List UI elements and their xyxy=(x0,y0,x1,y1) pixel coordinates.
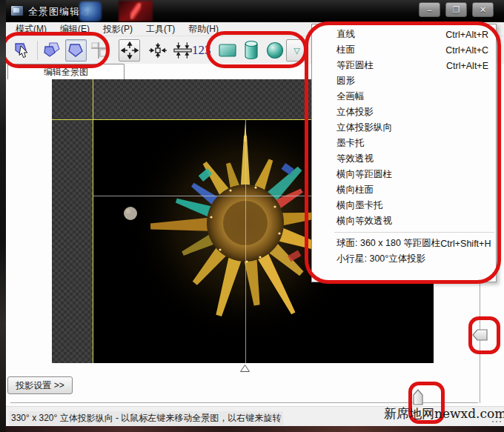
screen: 全景图编辑器 – ❐ ✕ 模式(M) 编辑(E) 投影(P) 工具(T) 帮助(… xyxy=(0,0,504,432)
projection-dropdown-button[interactable]: ▽ xyxy=(286,39,308,62)
window-controls: – ❐ ✕ xyxy=(419,2,494,17)
center-point-icon xyxy=(148,41,168,59)
background-app-icon-red xyxy=(119,1,153,21)
move-panorama-button[interactable] xyxy=(119,39,140,62)
flat-projection-icon xyxy=(218,42,237,59)
desktop-edge-bottom xyxy=(0,426,504,432)
menu-item-transverse-rectifisheye[interactable]: 横向等效透视 xyxy=(312,213,496,229)
dropdown-triangle-icon: ▽ xyxy=(294,46,299,56)
single-shape-icon xyxy=(67,41,86,60)
menu-item-equirectangular[interactable]: 等距圆柱 Ctrl+Alt+E xyxy=(312,58,496,73)
desktop-edge-left xyxy=(0,0,6,432)
background-app-icon-blue xyxy=(79,1,102,21)
overlapping-shapes-icon xyxy=(43,41,62,60)
menu-item-transverse-cylindrical[interactable]: 横向柱面 xyxy=(312,182,496,198)
menu-projection[interactable]: 投影(P) xyxy=(96,21,139,37)
minimize-button[interactable]: – xyxy=(419,2,440,17)
app-icon xyxy=(10,5,24,16)
menu-edit[interactable]: 编辑(E) xyxy=(53,21,96,37)
fit-panorama-button[interactable] xyxy=(172,39,193,62)
horizontal-fov-slider-track[interactable] xyxy=(10,402,478,403)
menu-item-sphere-360x180[interactable]: 球面: 360 x 180 等距圆柱 Ctrl+Shift+H xyxy=(312,236,496,251)
menu-item-rectifisheye[interactable]: 等效透视 xyxy=(312,151,496,167)
status-text: 330° x 320° 立体投影纵向 - 以鼠标左键来移动全景图，以右键来旋转 xyxy=(9,411,283,425)
rectilinear-projection-button[interactable] xyxy=(216,39,238,62)
tab-edit-panorama[interactable]: 编辑全景图 xyxy=(7,64,125,79)
canvas-guide-vertical xyxy=(93,79,93,363)
menu-item-rectilinear[interactable]: 直线 Ctrl+Alt+R xyxy=(312,27,496,42)
cylindrical-projection-button[interactable] xyxy=(240,39,262,62)
grid-tool-button[interactable] xyxy=(89,39,110,62)
sphere-projection-icon xyxy=(265,41,285,60)
select-cursor-icon xyxy=(13,41,33,60)
vertical-fov-slider-thumb[interactable] xyxy=(472,329,488,344)
menu-mode[interactable]: 模式(M) xyxy=(9,21,53,37)
center-point-button[interactable] xyxy=(147,39,168,62)
menu-item-little-planet[interactable]: 小行星: 300°立体投影 xyxy=(312,251,496,267)
cylinder-projection-icon xyxy=(243,40,259,61)
titlebar[interactable]: 全景图编辑器 – ❐ ✕ xyxy=(6,0,504,22)
menu-tools[interactable]: 工具(T) xyxy=(139,21,182,37)
menu-item-stereographic-down[interactable]: 立体投影纵向 xyxy=(312,120,496,136)
menu-item-mercator[interactable]: 墨卡托 xyxy=(312,136,496,151)
toolbar-separator xyxy=(37,41,38,60)
menu-item-circular[interactable]: 圆形 xyxy=(312,73,496,89)
crosshair-grid-icon xyxy=(90,41,110,60)
numeric-label: 123 xyxy=(192,43,211,58)
menu-item-cylindrical[interactable]: 柱面 Ctrl+Alt+C xyxy=(312,42,496,58)
watermark-text: 新席地网newxd.com xyxy=(384,405,504,422)
spherical-projection-button[interactable] xyxy=(264,39,285,62)
close-button[interactable]: ✕ xyxy=(472,2,494,17)
menu-item-transverse-mercator[interactable]: 横向墨卡托 xyxy=(312,198,496,213)
fit-height-icon xyxy=(172,41,193,59)
select-tool-button[interactable] xyxy=(12,39,33,62)
maximize-button[interactable]: ❐ xyxy=(445,2,467,17)
multi-shape-tool-button[interactable] xyxy=(42,39,63,62)
single-shape-tool-button[interactable] xyxy=(65,39,87,62)
menu-separator xyxy=(334,232,494,233)
menu-item-fullframe[interactable]: 全画幅 xyxy=(312,89,496,104)
projection-dropdown-menu: 直线 Ctrl+Alt+R 柱面 Ctrl+Alt+C 等距圆柱 Ctrl+Al… xyxy=(311,24,497,282)
projection-settings-button[interactable]: 投影设置 >> xyxy=(7,376,73,394)
menu-item-stereographic[interactable]: 立体投影 xyxy=(312,104,496,120)
image-center-vertical-line xyxy=(245,120,246,363)
horizontal-center-marker[interactable] xyxy=(240,362,250,375)
menu-item-transverse-equirectangular[interactable]: 横向等距圆柱 xyxy=(312,167,496,182)
move-arrows-icon xyxy=(121,41,139,59)
menu-help[interactable]: 帮助(H) xyxy=(182,21,225,37)
